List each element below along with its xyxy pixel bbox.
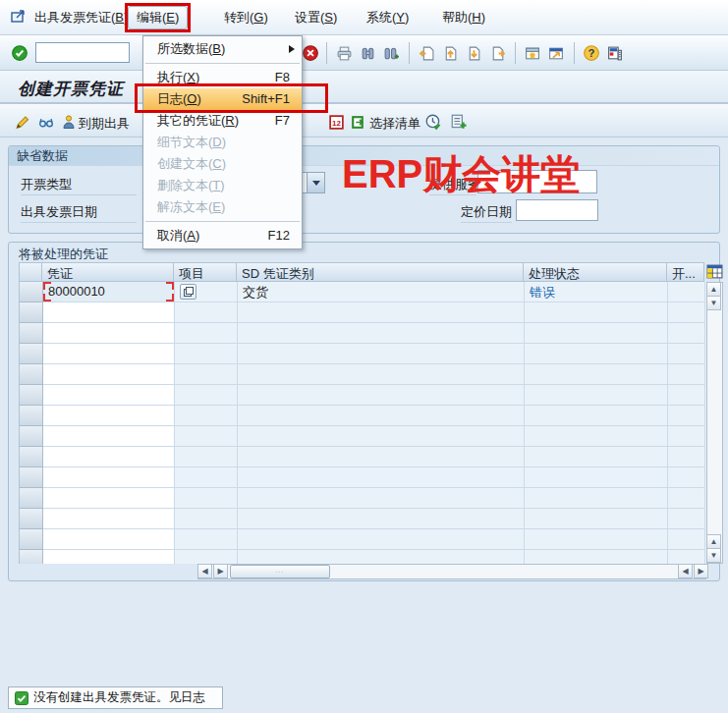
billing-cell-empty xyxy=(668,467,705,488)
document-cell-empty[interactable] xyxy=(43,323,175,344)
document-cell[interactable]: 80000010 xyxy=(43,282,175,302)
selection-list-button[interactable]: 选择清单 xyxy=(369,114,420,134)
toolbar-separator xyxy=(515,42,516,64)
scroll-down-icon[interactable]: ▼ xyxy=(706,296,721,310)
column-header-billing[interactable]: 开... xyxy=(667,262,704,282)
last-page-icon[interactable] xyxy=(487,43,507,63)
scroll-right-icon[interactable]: ▶ xyxy=(213,564,228,578)
cancel-icon[interactable] xyxy=(301,43,320,63)
menubar-item-system[interactable]: 系统(Y) xyxy=(366,9,409,27)
multiple-items-icon[interactable] xyxy=(180,284,196,300)
menu-item-log[interactable]: 日志(O)Shift+F1 xyxy=(143,88,302,110)
menubar-item-goto[interactable]: 转到(G) xyxy=(224,9,268,27)
first-page-icon[interactable] xyxy=(417,43,436,63)
document-cell-empty[interactable] xyxy=(43,406,175,426)
document-cell-empty[interactable] xyxy=(43,344,175,364)
scroll-down-icon[interactable]: ▼ xyxy=(706,548,721,563)
standard-toolbar: ? xyxy=(0,35,728,71)
item-cell-empty xyxy=(175,302,238,323)
column-header-status[interactable]: 处理状态 xyxy=(524,262,667,282)
document-add-icon[interactable] xyxy=(450,112,468,132)
menubar-item-help[interactable]: 帮助(H) xyxy=(442,9,485,27)
due-billing-button[interactable]: 到期出具 xyxy=(79,114,130,134)
table-row-empty xyxy=(20,488,706,509)
scroll-left-icon[interactable]: ◀ xyxy=(197,564,212,578)
scroll-up-icon[interactable]: ▲ xyxy=(706,282,721,297)
due-list-clock-icon[interactable] xyxy=(424,112,442,132)
document-cell-empty[interactable] xyxy=(43,426,175,447)
find-icon[interactable] xyxy=(358,43,377,63)
row-selector-button[interactable] xyxy=(20,282,43,302)
status-cell-empty xyxy=(525,488,668,509)
document-cell-empty[interactable] xyxy=(43,550,175,564)
display-glasses-icon[interactable] xyxy=(37,112,55,132)
column-header-item[interactable]: 项目 xyxy=(174,262,237,282)
item-cell-empty xyxy=(175,344,238,364)
row-selector-button[interactable] xyxy=(20,385,43,406)
row-selector-button[interactable] xyxy=(20,323,43,344)
table-header-row: 凭证 项目 SD 凭证类别 处理状态 开... xyxy=(19,262,704,282)
row-selector-button[interactable] xyxy=(20,406,43,426)
selection-list-icon[interactable] xyxy=(350,112,366,132)
column-header-sd-category[interactable]: SD 凭证类别 xyxy=(237,262,524,282)
document-cell-empty[interactable] xyxy=(43,302,175,323)
create-shortcut-icon[interactable] xyxy=(546,43,566,63)
horizontal-scrollbar[interactable]: ◀ ▶ ∙∙∙ ◀ ▶ xyxy=(197,564,706,579)
scroll-right-icon[interactable]: ▶ xyxy=(694,564,708,578)
command-field[interactable] xyxy=(35,42,130,63)
menu-item-other-document[interactable]: 其它的凭证(R)F7 xyxy=(143,110,302,132)
row-selector-button[interactable] xyxy=(20,364,43,385)
row-selector-button[interactable] xyxy=(20,447,43,467)
menu-item-execute[interactable]: 执行(X)F8 xyxy=(143,67,302,88)
print-icon[interactable] xyxy=(334,43,354,63)
document-cell-empty[interactable] xyxy=(43,385,175,406)
document-cell-empty[interactable] xyxy=(43,488,175,509)
menubar-item-settings[interactable]: 设置(S) xyxy=(295,9,337,27)
menubar-item-edit[interactable]: 编辑(E) xyxy=(128,6,188,29)
previous-page-icon[interactable] xyxy=(440,43,460,63)
status-cell-empty xyxy=(525,447,668,467)
edit-pencil-icon[interactable] xyxy=(14,112,30,132)
svg-text:12: 12 xyxy=(332,119,341,128)
pricing-date-field[interactable] xyxy=(516,199,598,221)
calendar-icon[interactable]: 12 xyxy=(328,112,345,132)
row-selector-button[interactable] xyxy=(20,426,43,447)
vertical-scrollbar[interactable]: ▲ ▼ ▲ ▼ xyxy=(706,282,723,564)
row-selector-button[interactable] xyxy=(20,344,43,364)
column-header-document[interactable]: 凭证 xyxy=(42,262,174,282)
enter-icon[interactable] xyxy=(10,43,29,63)
scrollbar-thumb[interactable]: ∙∙∙ xyxy=(230,565,330,578)
next-page-icon[interactable] xyxy=(464,43,483,63)
status-cell-empty xyxy=(525,344,668,364)
due-billing-person-icon[interactable] xyxy=(61,112,77,132)
document-cell-empty[interactable] xyxy=(43,509,175,529)
row-selector-button[interactable] xyxy=(20,488,43,509)
row-selector-button[interactable] xyxy=(20,302,43,323)
menu-item-unfreeze-text: 解冻文本(E) xyxy=(143,196,302,218)
row-selector-button[interactable] xyxy=(20,467,43,488)
menu-item-selected-data[interactable]: 所选数据(B) xyxy=(143,38,302,60)
help-icon[interactable]: ? xyxy=(582,43,601,63)
status-message-text: 没有创建出具发票凭证。见日志 xyxy=(33,689,205,706)
scroll-up-icon[interactable]: ▲ xyxy=(706,534,721,549)
document-cell-empty[interactable] xyxy=(43,529,175,550)
table-row-empty xyxy=(20,550,706,564)
scroll-left-icon[interactable]: ◀ xyxy=(678,564,693,578)
table-configuration-icon[interactable] xyxy=(706,263,723,280)
status-cell[interactable]: 错误 xyxy=(525,282,668,302)
menu-item-cancel[interactable]: 取消(A)F12 xyxy=(143,225,302,247)
category-cell-empty xyxy=(238,344,525,364)
table-row-empty xyxy=(20,302,706,323)
find-next-icon[interactable] xyxy=(381,43,401,63)
row-selector-button[interactable] xyxy=(20,550,43,564)
row-selector-button[interactable] xyxy=(20,529,43,550)
menubar-item-billing-document[interactable]: 出具发票凭证(B) xyxy=(34,9,128,27)
sap-system-menu-icon[interactable] xyxy=(10,9,28,25)
document-cell-empty[interactable] xyxy=(43,364,175,385)
document-cell-empty[interactable] xyxy=(43,467,175,488)
customize-layout-icon[interactable] xyxy=(605,43,625,63)
document-cell-empty[interactable] xyxy=(43,447,175,467)
new-session-icon[interactable] xyxy=(523,43,542,63)
chevron-down-icon[interactable] xyxy=(307,173,324,192)
row-selector-button[interactable] xyxy=(20,509,43,529)
